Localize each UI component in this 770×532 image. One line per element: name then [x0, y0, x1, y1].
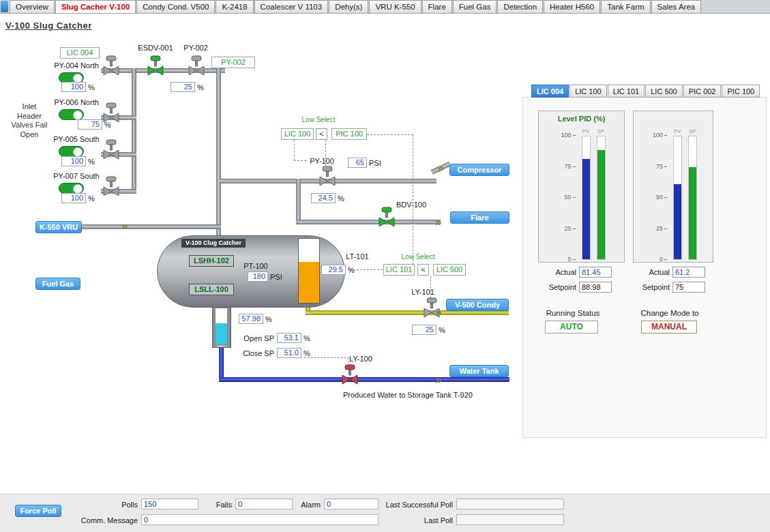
signal-pic100-v: [413, 134, 413, 265]
pic-100-tag[interactable]: PIC 100: [331, 128, 367, 140]
tab-dehy-s[interactable]: Dehy(s): [329, 0, 368, 13]
py-100-label: PY-100: [306, 157, 338, 165]
ly-100-valve-icon[interactable]: [341, 364, 359, 385]
py-100-position: 24.5 %: [311, 193, 344, 203]
tab-vru-k-550[interactable]: VRU K-550: [369, 0, 421, 13]
signal-lic100-branch-v: [294, 140, 295, 160]
fuel-gas-button[interactable]: Fuel Gas: [35, 278, 80, 290]
pipe-main-vertical: [216, 68, 221, 239]
page-title: V-100 Slug Catcher: [5, 20, 92, 31]
tab-condy-cond-v500[interactable]: Condy Cond. V500: [136, 0, 215, 13]
fails-input[interactable]: [235, 499, 293, 509]
tab-slug-cacher-v-100[interactable]: Slug Cacher V-100: [55, 0, 136, 13]
last-successful-poll-input[interactable]: [456, 499, 564, 509]
tab-heater-h560[interactable]: Heater H560: [544, 0, 600, 13]
py-005-toggle[interactable]: [59, 146, 84, 157]
panel-tab-pic-002[interactable]: PIC 002: [683, 85, 722, 98]
pv-label: PV: [582, 128, 590, 136]
lic-100-tag[interactable]: LIC 100: [281, 128, 314, 140]
lic-101-tag[interactable]: LIC 101: [383, 264, 415, 276]
change-mode-button[interactable]: MANUAL: [641, 321, 697, 334]
lt101-level-gauge: [298, 238, 320, 304]
bdv-100-label: BDV-100: [393, 201, 430, 209]
water-tank-button[interactable]: Water Tank: [449, 365, 509, 377]
gauge1-actual-row: Actual 81.45: [542, 267, 612, 278]
last-successful-poll-label: Last Successful Poll: [379, 501, 453, 509]
py-006-position-unit: %: [104, 121, 111, 129]
py-002-position: 25 %: [171, 82, 204, 92]
polls-input[interactable]: [141, 499, 198, 509]
py-002-label: PY-002: [177, 44, 214, 52]
secondary-gauge: 1007550250 PV SP: [633, 110, 713, 263]
inlet-header-note: Inlet Header Valves Fail Open: [11, 102, 48, 139]
open-sp-value[interactable]: 53.1: [277, 333, 301, 343]
py-100-position-unit: %: [338, 194, 344, 203]
py-002-tag[interactable]: PY-002: [211, 57, 255, 68]
tab-coalescer-v-1103[interactable]: Coalescer V 1103: [254, 0, 329, 13]
py-100-pressure: 65 PSI: [348, 158, 381, 168]
vessel-title: V-100 Clug Catcher: [181, 239, 246, 248]
flare-button[interactable]: Flare: [450, 211, 509, 224]
lic-500-tag[interactable]: LIC 500: [433, 264, 466, 276]
py-007-valve-icon[interactable]: [102, 176, 120, 196]
close-sp-value[interactable]: 51.0: [277, 348, 301, 358]
panel-tab-lic-101[interactable]: LIC 101: [608, 85, 645, 98]
setpoint-value[interactable]: 88.98: [579, 282, 612, 293]
close-sp-unit: %: [303, 349, 310, 357]
tab-fuel-gas[interactable]: Fuel Gas: [453, 0, 497, 13]
ly-101-position-value: 25: [412, 325, 436, 335]
py-100-valve-icon[interactable]: [319, 166, 336, 186]
last-poll-label: Last Poll: [416, 516, 453, 524]
py-005-valve-icon[interactable]: [102, 139, 120, 160]
py-100-pressure-value: 65: [348, 158, 367, 168]
setpoint-value[interactable]: 75: [672, 282, 705, 293]
panel-tab-lic-004[interactable]: LIC 004: [531, 85, 569, 98]
esdv-001-valve-icon[interactable]: [147, 55, 164, 76]
flow-arrow-icon: »: [435, 374, 441, 385]
py-006-toggle[interactable]: [59, 109, 84, 120]
boot-level-unit: %: [265, 315, 272, 323]
tab-flare[interactable]: Flare: [422, 0, 452, 13]
low-select-top-title: Low Select: [297, 116, 340, 123]
comm-message-input[interactable]: [141, 514, 379, 525]
change-mode-label: Change Mode to: [632, 309, 708, 317]
compressor-button[interactable]: Compressor: [449, 164, 509, 176]
panel-tab-pic-100[interactable]: PIC 100: [722, 85, 760, 98]
low-select-right-operator: <: [417, 264, 429, 276]
k550-vru-button[interactable]: K-550 VRU: [35, 221, 82, 233]
pt-100-pressure-unit: PSI: [270, 273, 282, 281]
gauge1-setpoint-row: Setpoint 88.98: [542, 282, 612, 293]
tab-k-2418[interactable]: K-2418: [216, 0, 253, 13]
running-status-label: Running Status: [537, 309, 608, 317]
open-sp-label: Open SP: [236, 334, 274, 342]
py-002-valve-icon[interactable]: [188, 55, 205, 76]
py-100-position-value: 24.5: [311, 193, 336, 203]
lshh-102-switch: LSHH-102: [189, 255, 234, 267]
last-poll-input[interactable]: [456, 514, 564, 525]
signal-lic100-branch-h: [294, 160, 306, 161]
tab-tank-farm[interactable]: Tank Farm: [601, 0, 650, 13]
panel-tab-lic-500[interactable]: LIC 500: [645, 85, 683, 98]
py-005-position-unit: %: [88, 158, 95, 166]
alarm-input[interactable]: [324, 499, 379, 509]
flow-arrow-icon: »: [435, 306, 441, 318]
pv-label: PV: [674, 128, 681, 136]
tab-detection[interactable]: Detection: [497, 0, 543, 13]
scada-screen: OverviewSlug Cacher V-100Condy Cond. V50…: [0, 0, 770, 532]
force-poll-button[interactable]: Force Poll: [15, 505, 61, 517]
py-002-position-unit: %: [197, 83, 204, 91]
lic-004-tag[interactable]: LIC 004: [60, 47, 100, 59]
py-004-valve-icon[interactable]: [102, 55, 120, 76]
gauge-title: Level PID (%): [539, 115, 624, 123]
py-007-toggle[interactable]: [59, 183, 84, 194]
tab-overview[interactable]: Overview: [10, 0, 55, 13]
bdv-100-valve-icon[interactable]: [378, 207, 396, 227]
boot-level-value: 57.98: [239, 314, 263, 324]
v500-condy-button[interactable]: V-500 Condy: [446, 299, 509, 311]
actual-value: 81.45: [579, 267, 612, 278]
tab-sales-area[interactable]: Sales Area: [651, 0, 702, 13]
pipe-condensate: [306, 310, 509, 315]
close-sp: 51.0 %: [277, 348, 310, 358]
panel-tab-lic-100[interactable]: LIC 100: [569, 85, 607, 98]
py-006-label: PY-006 North: [42, 98, 110, 106]
